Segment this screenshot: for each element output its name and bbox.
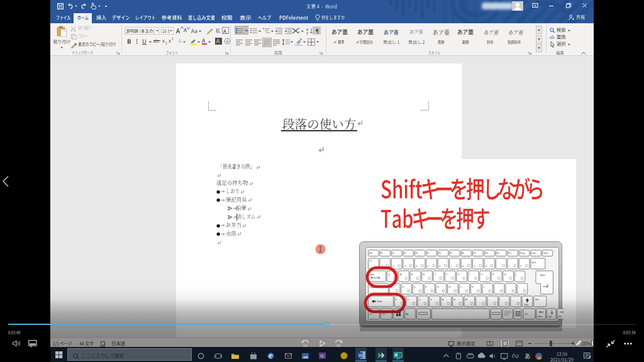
svg-text:F11: F11	[497, 252, 500, 255]
svg-text:F9: F9	[474, 252, 476, 255]
svg-text:[: [	[516, 273, 516, 276]
svg-text:Q: Q	[388, 273, 390, 276]
svg-text:F12: F12	[508, 252, 511, 255]
svg-text:W: W	[400, 273, 402, 276]
svg-text:Enter: Enter	[540, 274, 546, 277]
svg-text:3: 3	[404, 265, 406, 268]
svg-text:Back: Back	[532, 261, 536, 264]
svg-text:F10: F10	[485, 252, 488, 255]
svg-text:F2: F2	[392, 252, 395, 255]
svg-text:F3: F3	[404, 252, 406, 255]
svg-text:30: 30	[336, 344, 341, 348]
svg-text:Delete: Delete	[543, 252, 548, 255]
svg-text:F4: F4	[416, 252, 418, 255]
svg-text:F6: F6	[438, 252, 441, 255]
svg-text:F8: F8	[462, 252, 464, 255]
svg-text:6: 6	[439, 265, 440, 268]
svg-text:R: R	[423, 273, 425, 276]
svg-text:-: -	[497, 265, 497, 268]
svg-text:5: 5	[428, 265, 429, 268]
svg-text:ab: ab	[550, 35, 555, 40]
svg-text:O: O	[481, 273, 483, 276]
svg-text:半/全: 半/全	[369, 260, 373, 262]
svg-text:0: 0	[486, 265, 487, 268]
svg-text:@: @	[504, 273, 507, 276]
svg-text:N: N	[320, 353, 323, 359]
svg-text:U: U	[458, 273, 460, 276]
svg-text:¥: ¥	[520, 265, 521, 268]
svg-text:F1: F1	[380, 252, 383, 255]
svg-text:W: W	[358, 353, 362, 358]
svg-text:F7: F7	[450, 252, 453, 255]
svg-text:F5: F5	[427, 252, 430, 255]
svg-text:10: 10	[303, 344, 308, 348]
svg-text:4: 4	[416, 265, 417, 268]
svg-text:I: I	[469, 273, 470, 276]
svg-text:2: 2	[392, 265, 394, 268]
svg-text:Insert: Insert	[531, 252, 536, 255]
svg-text:8: 8	[462, 265, 464, 268]
svg-text:9: 9	[474, 265, 475, 268]
svg-text:7: 7	[451, 265, 452, 268]
svg-text:Pause: Pause	[520, 252, 526, 255]
svg-text:ESC: ESC	[369, 252, 373, 255]
svg-text:Tab: Tab	[370, 273, 374, 276]
